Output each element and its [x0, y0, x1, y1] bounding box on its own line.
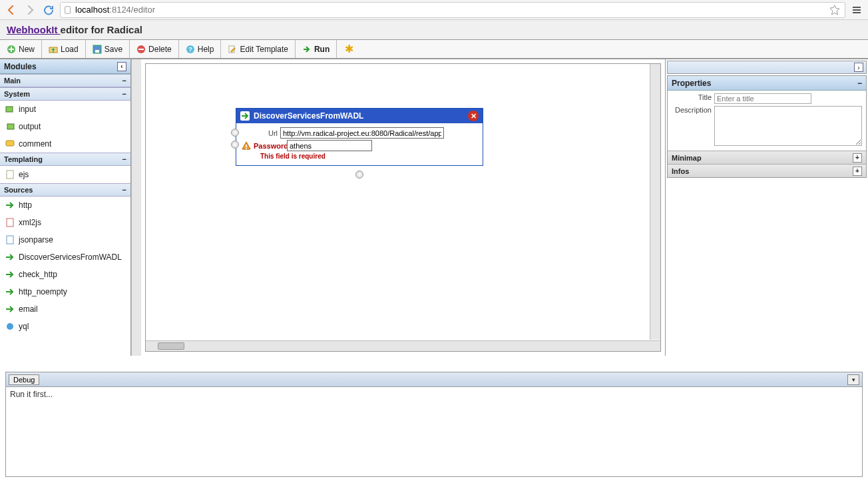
svg-rect-10 [6, 107, 13, 112]
output-icon [5, 122, 15, 131]
output-port[interactable] [355, 171, 363, 179]
back-button[interactable] [4, 3, 19, 17]
category-templating[interactable]: Templating− [0, 153, 130, 166]
run-button[interactable]: Run [296, 40, 337, 58]
svg-rect-14 [7, 219, 13, 227]
edit-template-button[interactable]: Edit Template [221, 40, 296, 58]
page-icon [63, 5, 73, 15]
minimap-header[interactable]: Minimap+ [668, 151, 866, 164]
menu-button[interactable] [849, 3, 864, 17]
minus-icon[interactable]: − [857, 79, 862, 88]
category-system[interactable]: System− [0, 87, 130, 101]
modules-panel: Modules ‹ Main− System− input output com… [0, 59, 131, 356]
canvas-vertical-scrollbar[interactable] [650, 64, 660, 340]
password-input[interactable] [287, 140, 372, 151]
minus-icon[interactable]: − [122, 90, 126, 98]
help-icon: ? [186, 45, 195, 54]
property-title-row: Title [672, 93, 862, 104]
save-button[interactable]: Save [86, 40, 130, 58]
app-title-bar: WebhookIt editor for Radical [0, 20, 868, 40]
debug-toolbar: Debug ▾ [6, 372, 862, 387]
svg-rect-4 [95, 50, 99, 53]
title-label: Title [672, 93, 712, 104]
description-textarea[interactable] [714, 106, 862, 146]
left-scrollbar[interactable] [131, 59, 141, 356]
disk-icon [93, 45, 102, 54]
password-label: Password [254, 142, 284, 150]
module-discover-wadl[interactable]: DiscoverServicesFromWADL [0, 248, 130, 266]
debug-panel: Debug ▾ Run it first... [5, 372, 863, 477]
module-http-noempty[interactable]: http_noempty [0, 283, 130, 300]
debug-dropdown-icon[interactable]: ▾ [847, 374, 859, 385]
title-suffix: editor for Radical [61, 24, 142, 35]
bookmark-star-icon[interactable] [827, 3, 842, 17]
debug-output: Run it first... [6, 387, 862, 476]
folder-arrow-icon [49, 45, 58, 54]
url-label: Url [242, 129, 278, 137]
module-ejs[interactable]: ejs [0, 166, 130, 183]
title-input[interactable] [714, 93, 811, 104]
module-input[interactable]: input [0, 101, 130, 118]
json-icon [5, 235, 15, 244]
required-message: This field is required [260, 153, 477, 160]
module-http[interactable]: http [0, 197, 130, 214]
url-input[interactable] [280, 127, 444, 139]
address-bar[interactable]: localhost:8124/editor [60, 2, 845, 18]
reload-button[interactable] [41, 3, 56, 17]
modules-list[interactable]: Main− System− input output comment Templ… [0, 74, 130, 356]
close-icon[interactable]: ✕ [468, 111, 479, 121]
svg-rect-6 [138, 49, 144, 50]
node-titlebar[interactable]: DiscoverServicesFromWADL ✕ [236, 109, 483, 123]
module-yql[interactable]: yql [0, 318, 130, 335]
infos-header[interactable]: Infos+ [668, 164, 866, 177]
description-label: Description [672, 106, 712, 146]
input-port-1[interactable] [231, 129, 239, 137]
plus-icon[interactable]: + [853, 153, 862, 163]
minus-icon[interactable]: − [122, 155, 126, 163]
category-main[interactable]: Main− [0, 74, 130, 87]
module-email[interactable]: email [0, 300, 130, 318]
help-button[interactable]: ?Help [179, 40, 222, 58]
expand-right-icon[interactable]: › [854, 63, 863, 72]
url-text: localhost:8124/editor [75, 5, 825, 15]
debug-button[interactable]: Debug [9, 374, 39, 385]
xml-icon [5, 218, 15, 227]
arrow-right-green-icon [5, 201, 15, 210]
scroll-thumb[interactable] [158, 342, 184, 350]
warning-icon [242, 141, 251, 151]
new-button[interactable]: New [0, 40, 42, 58]
field-password: Password [242, 140, 477, 151]
modules-panel-title: Modules [4, 62, 37, 71]
module-jsonparse[interactable]: jsonparse [0, 231, 130, 248]
module-xml2js[interactable]: xml2js [0, 214, 130, 231]
properties-header[interactable]: Properties − [668, 76, 866, 91]
svg-rect-11 [7, 124, 14, 129]
right-sidebar: › Properties − Title Description Minimap… [665, 59, 868, 356]
canvas-horizontal-scrollbar[interactable] [146, 340, 660, 351]
delete-button[interactable]: Delete [130, 40, 179, 58]
module-check-http[interactable]: check_http [0, 266, 130, 283]
minus-icon[interactable]: − [122, 77, 126, 85]
input-port-2[interactable] [231, 141, 239, 149]
forward-button[interactable] [23, 3, 37, 17]
module-output[interactable]: output [0, 118, 130, 135]
arrow-right-green-icon [5, 252, 15, 262]
category-sources[interactable]: Sources− [0, 183, 130, 197]
minus-icon[interactable]: − [122, 186, 126, 194]
plus-icon[interactable]: + [853, 167, 862, 176]
load-button[interactable]: Load [42, 40, 86, 58]
brand-link[interactable]: WebhookIt [7, 24, 61, 35]
play-arrow-icon [302, 45, 312, 54]
modules-panel-header[interactable]: Modules ‹ [0, 59, 130, 74]
module-comment[interactable]: comment [0, 135, 130, 153]
comment-icon [5, 139, 15, 149]
canvas-node-discover-wadl[interactable]: DiscoverServicesFromWADL ✕ Url Password … [236, 108, 483, 166]
workspace: Modules ‹ Main− System− input output com… [0, 59, 868, 356]
star-indicator-icon: ✱ [337, 40, 361, 58]
plus-circle-icon [7, 45, 16, 54]
arrow-right-green-icon [5, 304, 15, 314]
collapse-left-icon[interactable]: ‹ [117, 62, 126, 71]
canvas[interactable]: DiscoverServicesFromWADL ✕ Url Password … [145, 63, 661, 352]
arrow-right-green-icon [5, 287, 15, 296]
yql-icon [5, 322, 15, 331]
